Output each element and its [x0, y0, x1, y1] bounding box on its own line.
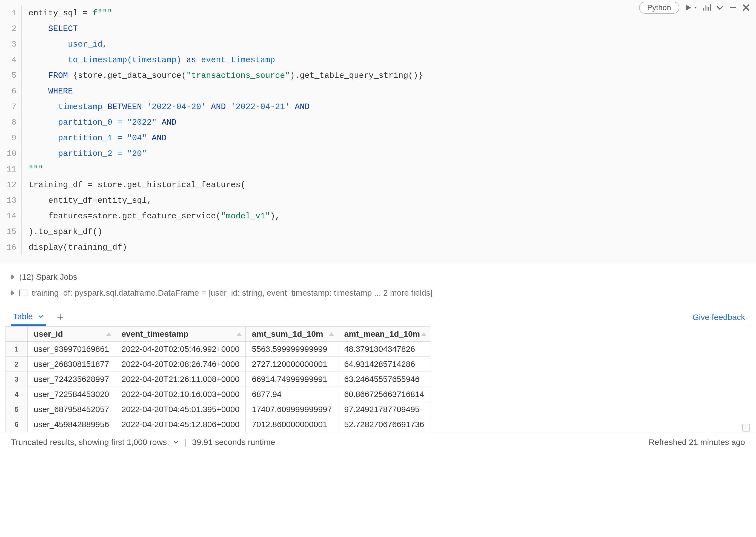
close-icon[interactable]: [742, 3, 750, 12]
row-index: 4: [6, 387, 28, 402]
spark-jobs-row[interactable]: (12) Spark Jobs: [11, 269, 745, 285]
result-table-wrap: user_idevent_timestampamt_sum_1d_10mamt_…: [6, 326, 750, 432]
column-header[interactable]: amt_sum_1d_10m: [246, 327, 338, 342]
table-cell: 97.24921787709495: [338, 402, 430, 417]
table-row[interactable]: 3user_7242356289972022-04-20T21:26:11.00…: [6, 372, 430, 387]
row-index: 6: [6, 417, 28, 432]
column-header[interactable]: event_timestamp: [115, 327, 246, 342]
run-dropdown-icon[interactable]: [693, 3, 698, 12]
cell-outputs: (12) Spark Jobs training_df: pyspark.sql…: [0, 264, 756, 304]
row-index: 2: [6, 357, 28, 372]
table-cell: user_687958452057: [28, 402, 115, 417]
tab-table[interactable]: Table: [11, 309, 46, 326]
result-footer: Truncated results, showing first 1,000 r…: [0, 433, 756, 452]
table-cell: user_939970169861: [28, 342, 115, 357]
column-header[interactable]: user_id: [28, 327, 115, 342]
table-cell: user_722584453020: [28, 387, 115, 402]
sort-icon: [329, 332, 334, 336]
scroll-corner[interactable]: [742, 424, 750, 432]
table-cell: 7012.860000000001: [246, 417, 338, 432]
schema-row[interactable]: training_df: pyspark.sql.dataframe.DataF…: [11, 285, 745, 301]
cell-toolbar: Python: [639, 2, 750, 14]
table-cell: user_724235628997: [28, 372, 115, 387]
row-index: 1: [6, 342, 28, 357]
result-table: user_idevent_timestampamt_sum_1d_10mamt_…: [6, 326, 430, 432]
tab-table-label: Table: [13, 312, 33, 321]
refreshed-label: Refreshed 21 minutes ago: [649, 437, 745, 447]
table-row[interactable]: 2user_2683081518772022-04-20T02:08:26.74…: [6, 357, 430, 372]
schema-text: training_df: pyspark.sql.dataframe.DataF…: [32, 288, 432, 298]
table-cell: 2022-04-20T04:45:12.806+0000: [115, 417, 246, 432]
table-cell: 66914.74999999991: [246, 372, 338, 387]
give-feedback-link[interactable]: Give feedback: [693, 312, 745, 322]
table-cell: 52.728270676691736: [338, 417, 430, 432]
chevron-down-icon[interactable]: [173, 439, 179, 445]
truncated-label[interactable]: Truncated results, showing first 1,000 r…: [11, 437, 169, 447]
table-row[interactable]: 1user_9399701698612022-04-20T02:05:46.99…: [6, 342, 430, 357]
add-tab-button[interactable]: +: [57, 311, 63, 323]
row-index-header: [6, 327, 28, 342]
table-cell: 2022-04-20T02:10:16.003+0000: [115, 387, 246, 402]
sort-icon: [421, 332, 426, 336]
code-editor[interactable]: 12345678910111213141516 entity_sql = f""…: [0, 0, 756, 264]
table-cell: 64.9314285714286: [338, 357, 430, 372]
caret-right-icon: [11, 290, 15, 296]
caret-right-icon: [11, 274, 15, 280]
bar-chart-icon[interactable]: [702, 3, 711, 12]
table-cell: 2022-04-20T21:26:11.008+0000: [115, 372, 246, 387]
sort-icon: [106, 332, 111, 336]
run-icon[interactable]: [684, 3, 693, 12]
table-cell: 60.866725663716814: [338, 387, 430, 402]
code-content[interactable]: entity_sql = f""" SELECT user_id, to_tim…: [22, 6, 423, 255]
table-cell: user_268308151877: [28, 357, 115, 372]
table-cell: 63.24645557655946: [338, 372, 430, 387]
table-cell: 2022-04-20T02:08:26.746+0000: [115, 357, 246, 372]
table-cell: 5563.599999999999: [246, 342, 338, 357]
table-cell: 6877.94: [246, 387, 338, 402]
minimize-icon[interactable]: [729, 3, 737, 12]
table-row[interactable]: 5user_6879584520572022-04-20T04:45:01.39…: [6, 402, 430, 417]
chevron-down-icon[interactable]: [715, 3, 724, 12]
divider: |: [183, 437, 188, 447]
row-index: 3: [6, 372, 28, 387]
runtime-label: 39.91 seconds runtime: [192, 437, 275, 447]
table-cell: user_459842889956: [28, 417, 115, 432]
table-schema-icon: [19, 290, 27, 296]
spark-jobs-label: (12) Spark Jobs: [19, 272, 77, 282]
output-tabbar: Table + Give feedback: [0, 304, 756, 326]
table-cell: 17407.609999999997: [246, 402, 338, 417]
language-pill[interactable]: Python: [639, 2, 679, 14]
table-row[interactable]: 4user_7225844530202022-04-20T02:10:16.00…: [6, 387, 430, 402]
line-gutter: 12345678910111213141516: [0, 6, 22, 255]
table-cell: 2022-04-20T04:45:01.395+0000: [115, 402, 246, 417]
table-cell: 2022-04-20T02:05:46.992+0000: [115, 342, 246, 357]
sort-icon: [237, 332, 242, 336]
column-header[interactable]: amt_mean_1d_10m: [338, 327, 430, 342]
notebook-cell: Python 123456789101112: [0, 0, 756, 452]
table-cell: 2727.120000000001: [246, 357, 338, 372]
row-index: 5: [6, 402, 28, 417]
table-cell: 48.3791304347826: [338, 342, 430, 357]
table-row[interactable]: 6user_4598428899562022-04-20T04:45:12.80…: [6, 417, 430, 432]
chevron-down-icon: [38, 313, 44, 319]
